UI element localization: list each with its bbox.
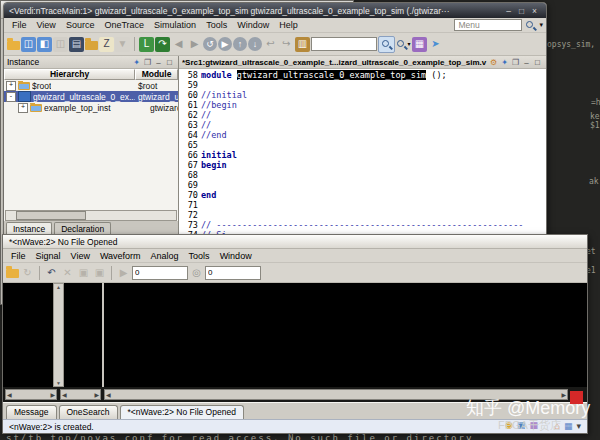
forward-icon[interactable]: ▶	[187, 37, 202, 52]
gear-icon[interactable]: ⚙	[488, 58, 499, 67]
trace-driver-icon[interactable]: ↩	[263, 37, 278, 52]
tab-onesearch[interactable]: OneSearch	[59, 405, 118, 419]
maximize-panel-icon[interactable]: □	[164, 58, 175, 67]
expander-icon[interactable]: +	[18, 103, 28, 113]
source-line: 62//	[179, 110, 546, 120]
back-icon[interactable]: ◀	[171, 37, 186, 52]
close-button[interactable]: ×	[528, 6, 541, 16]
tab-nwave-2-no-file-opened[interactable]: *<nWave:2> No File Opened	[120, 405, 244, 419]
values-hscrollbar[interactable]: ◀▶	[60, 389, 101, 400]
watermark-line2: FPGA干货店	[498, 418, 561, 433]
search-time-input[interactable]	[205, 266, 261, 280]
grid-purple-icon[interactable]: ▦	[412, 37, 427, 52]
annotation-icon[interactable]: ▥	[295, 37, 310, 52]
menu-magnifier-arrow-icon[interactable]: ▾	[539, 21, 543, 29]
reload-fsdb-icon[interactable]: ↻	[20, 265, 35, 280]
copy-icon[interactable]: ▣	[76, 265, 91, 280]
hierarchy-row-root[interactable]: +$root$root	[4, 80, 178, 91]
column-module[interactable]: Module	[135, 69, 178, 80]
open-file-icon[interactable]	[7, 41, 20, 50]
menu-item-waveform[interactable]: Waveform	[95, 251, 146, 261]
nschema-icon[interactable]: ▤	[69, 37, 84, 52]
search-stamp-icon[interactable]: ◎	[189, 265, 204, 280]
delete-icon[interactable]: ✕	[60, 265, 75, 280]
float-icon[interactable]: ❐	[510, 58, 521, 67]
expander-icon[interactable]: +	[6, 81, 16, 91]
menu-item-tools[interactable]: Tools	[201, 20, 232, 30]
verdi-content: Instance ✦❐–□ Hierarchy Module +$root$ro…	[4, 56, 546, 235]
column-hierarchy[interactable]: Hierarchy	[4, 69, 135, 80]
scroll-down-icon[interactable]: ▼	[56, 380, 61, 386]
toolbar-separator	[111, 266, 112, 280]
menu-item-tools[interactable]: Tools	[184, 251, 215, 261]
terminal-bottom-line: st/tb_top/novas_conf for read access. No…	[6, 433, 476, 440]
menu-item-window[interactable]: Window	[232, 20, 274, 30]
paste-icon[interactable]: ▣	[92, 265, 107, 280]
nwave-menubar: FileSignalViewWaveformAnalogToolsWindow	[3, 249, 587, 263]
ntrace-window-icon[interactable]: ◧	[37, 37, 52, 52]
signal-name-panel[interactable]	[3, 283, 53, 387]
send-icon[interactable]: ➤	[428, 37, 443, 52]
waveform-canvas[interactable]	[102, 283, 587, 387]
menu-item-file[interactable]: File	[6, 251, 31, 261]
terminal-text-fragment: ke	[590, 112, 600, 121]
signal-value-panel[interactable]	[64, 283, 102, 387]
names-hscrollbar[interactable]: ◀▶	[5, 389, 57, 400]
hierarchy-tree: +$root$root-gtwizard_ultrascale_0_ex...g…	[4, 80, 178, 210]
up-circle-icon[interactable]: ↑	[233, 37, 247, 51]
menu-item-simulation[interactable]: Simulation	[149, 20, 201, 30]
menu-item-view[interactable]: View	[66, 251, 95, 261]
hierarchy-row-gtwizard-ultrascale-0-ex[interactable]: -gtwizard_ultrascale_0_ex...gtwizard_ult…	[4, 91, 178, 102]
layout-icon[interactable]: ▦	[564, 422, 573, 431]
undo-icon[interactable]: ↶	[44, 265, 59, 280]
source-line: 73// -----------------------------------…	[179, 220, 546, 230]
menu-item-analog[interactable]: Analog	[146, 251, 184, 261]
detach-window-icon[interactable]: ◫	[53, 37, 68, 52]
instance-hscrollbar[interactable]	[5, 210, 177, 221]
maximize-button[interactable]: □	[515, 6, 528, 16]
layout-arrow-icon[interactable]: ▾	[576, 422, 581, 431]
reload-design-icon[interactable]: ↷	[155, 37, 170, 52]
source-code-view[interactable]: 58module gtwizard_ultrascale_0_example_t…	[179, 69, 546, 235]
play-icon[interactable]: ▶	[116, 265, 131, 280]
pin-icon[interactable]: ✦	[131, 58, 142, 67]
nwave-titlebar[interactable]: *<nWave:2> No File Opened	[3, 235, 587, 249]
search-menu-icon[interactable]: ▾	[396, 37, 411, 52]
hierarchy-row-example-top-inst[interactable]: +example_top_instgtwizard_ultrasc	[4, 102, 178, 113]
line-number: 61	[179, 100, 201, 110]
menu-item-help[interactable]: Help	[274, 20, 303, 30]
load-design-icon[interactable]: L	[139, 37, 154, 52]
menu-item-window[interactable]: Window	[215, 251, 257, 261]
open-fsdb-icon[interactable]	[6, 269, 19, 278]
menu-item-source[interactable]: Source	[61, 20, 100, 30]
maximize-panel-icon[interactable]: □	[532, 58, 543, 67]
save-session-icon[interactable]: ▼	[115, 37, 130, 52]
trace-load-icon[interactable]: ↪	[279, 37, 294, 52]
menu-item-onetrace[interactable]: OneTrace	[99, 20, 149, 30]
expander-icon[interactable]: -	[6, 92, 16, 102]
restart-circle-icon[interactable]: ↺	[203, 37, 217, 51]
pin-icon[interactable]: ✦	[499, 58, 510, 67]
open-session-icon[interactable]	[85, 41, 98, 50]
scroll-up-icon[interactable]: ▲	[56, 284, 61, 290]
menu-magnifier-icon[interactable]	[525, 20, 536, 31]
tab-message[interactable]: Message	[6, 405, 57, 419]
menu-item-file[interactable]: File	[7, 20, 32, 30]
minimize-panel-icon[interactable]: –	[521, 58, 532, 67]
float-icon[interactable]: ❐	[142, 58, 153, 67]
search-text-input[interactable]	[311, 37, 377, 51]
signal-vscrollbar[interactable]: ▲ ▼	[53, 283, 64, 387]
search-go-icon[interactable]	[378, 36, 395, 53]
down-circle-icon[interactable]: ↓	[248, 37, 262, 51]
menu-item-signal[interactable]: Signal	[31, 251, 66, 261]
cursor-time-input[interactable]	[132, 266, 188, 280]
zoom-tool-icon[interactable]: Z	[99, 37, 114, 52]
minimize-button[interactable]: –	[502, 6, 515, 16]
verdi-titlebar[interactable]: <Verdi:nTraceMain:1> gtwizard_ultrascale…	[4, 3, 546, 18]
menu-item-view[interactable]: View	[32, 20, 61, 30]
minimize-panel-icon[interactable]: –	[153, 58, 164, 67]
menu-search-input[interactable]	[454, 19, 522, 31]
source-line: 67begin	[179, 160, 546, 170]
play-circle-icon[interactable]: ▶	[218, 37, 232, 51]
nwave-window-icon[interactable]: ◫	[21, 37, 36, 52]
